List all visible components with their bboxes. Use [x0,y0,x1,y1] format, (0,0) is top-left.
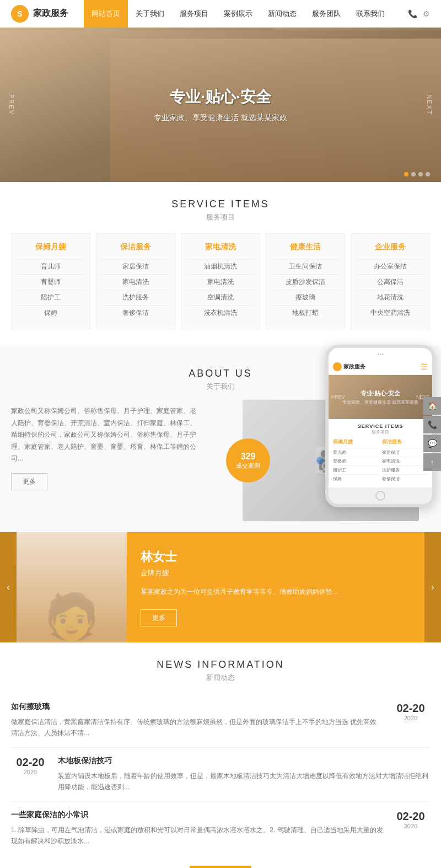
news-date-1: 02-20 2020 [11,756,50,775]
phone-col-0: 保姆月嫂 育儿师 育婴师 陪护工 保姆 [333,438,379,483]
news-more-wrap: 查看更多 [11,866,430,868]
phone-logo: 家政服务 [333,362,365,371]
team-member-desc: 某某家政之为为一位可提供月子教育学等等专、德教助娩妈妈体验... [141,586,338,598]
service-col-item[interactable]: 家居保洁 [102,259,169,274]
nav-news[interactable]: 新闻动态 [260,0,304,28]
news-desc-1: 装置内铺设木地板后，随着年龄的使用效率，但是，最家木地板清洁技巧太为清洁大增难度… [58,770,430,793]
service-col-title-4[interactable]: 企业服务 [357,242,424,252]
news-desc-2: 1. 除草除虫，可用左气泡清洁，湿或家庭的放积和光可以对日常量偶高浓水溶水溶水之… [11,824,383,847]
news-desc-0: 做家庭保洁清洁，黄黑窗家清洁保持有序、传统擦玻璃的方法很麻烦虽然，但是外面的玻璃… [11,716,383,739]
hero-dot-4[interactable] [426,172,430,176]
news-row-1: 02-20 2020 木地板保洁技巧 装置内铺设木地板后，随着年龄的使用效率，但… [11,748,430,802]
badge-number: 329 [241,452,256,462]
service-col-item[interactable]: 空调清洗 [187,290,254,305]
main-nav: 网站首页 关于我们 服务项目 案例展示 新闻动态 服务团队 联系我们 [84,0,392,28]
news-title-0[interactable]: 如何擦玻璃 [11,702,383,712]
service-col-item[interactable]: 保姆 [17,305,84,320]
phone-menu-icon: ☰ [421,362,428,371]
service-col-item[interactable]: 家电清洗 [102,274,169,290]
header: S 家政服务 网站首页 关于我们 服务项目 案例展示 新闻动态 服务团队 联系我… [0,0,441,28]
service-col-2: 家电清洗 油烟机清洗 家电清洗 空调清洗 洗衣机清洗 [181,233,260,329]
about-right: 329 成交案例 👨‍👩‍👦‍👦 🔵 摄派网 ●●● [209,400,430,521]
news-date-main-0: 02-20 [391,702,430,715]
team-more-button[interactable]: 更多 [141,609,177,626]
hero-next-button[interactable]: NEXT [426,94,433,115]
team-next-button[interactable]: › [424,532,441,642]
news-title-en: NEWS INFORMATION [11,659,430,671]
service-title-en: SERVICE ITEMS [11,199,430,210]
side-home-button[interactable]: 🏠 [423,397,441,415]
news-date-main-2: 02-20 [391,810,430,823]
header-icons: 📞 ⚙ [408,9,430,18]
news-more-button[interactable]: 查看更多 [190,866,251,868]
badge-text: 成交案例 [236,462,260,470]
hero-title: 专业·贴心·安全 [154,87,287,108]
team-member-title: 金牌月嫂 [141,568,338,578]
service-col-item[interactable]: 洗护服务 [102,290,169,305]
service-title-cn: 服务项目 [11,212,430,222]
hero-dot-2[interactable] [411,172,416,176]
service-col-item[interactable]: 陪护工 [17,290,84,305]
team-prev-button[interactable]: ‹ [0,532,17,642]
news-date-main-1: 02-20 [11,756,50,769]
service-col-item[interactable]: 油烟机清洗 [187,259,254,274]
hero-dot-1[interactable] [404,172,408,176]
service-col-item[interactable]: 地花清洗 [357,290,424,305]
news-date-year-1: 2020 [11,769,50,775]
nav-about[interactable]: 关于我们 [128,0,172,28]
logo-icon: S [11,5,29,23]
news-title-1[interactable]: 木地板保洁技巧 [58,756,430,766]
side-chat-button[interactable]: 💬 [423,435,441,452]
team-content: 🧑 林女士 金牌月嫂 某某家政之为为一位可提供月子教育学等等专、德教助娩妈妈体验… [17,532,424,642]
service-col-item[interactable]: 皮质沙发保洁 [272,274,339,290]
logo-text: 家政服务 [33,8,68,19]
hero-content: 专业·贴心·安全 专业家政、享受健康生活 就选某某家政 [154,87,287,123]
about-description: 家政公司又称保姆公司、俗称售保母、月子护理、家庭管家、老人陪护、育婴保洁、开荒清… [11,405,198,465]
phone-col-1: 保洁服务 家居保洁 家电清洗 洗护服务 奢侈保洁 [382,438,428,483]
news-title-2[interactable]: 一些家庭保洁的小常识 [11,810,383,820]
service-col-item[interactable]: 育婴师 [17,274,84,290]
service-col-item[interactable]: 卫生间保洁 [272,259,339,274]
service-col-item[interactable]: 家电清洗 [187,274,254,290]
news-content-1: 木地板保洁技巧 装置内铺设木地板后，随着年龄的使用效率，但是，最家木地板清洁技巧… [58,756,430,793]
nav-services[interactable]: 服务项目 [172,0,216,28]
news-section: NEWS INFORMATION 新闻动态 如何擦玻璃 做家庭保洁清洁，黄黑窗家… [0,642,441,868]
service-col-1: 保洁服务 家居保洁 家电清洗 洗护服务 奢侈保洁 [96,233,175,329]
service-col-title-3[interactable]: 健康生活 [272,242,339,252]
service-col-item[interactable]: 育儿师 [17,259,84,274]
service-col-item[interactable]: 中央空调清洗 [357,305,424,320]
service-col-item[interactable]: 洗衣机清洗 [187,305,254,320]
about-section: ABOUT US 关于我们 家政公司又称保姆公司、俗称售保母、月子护理、家庭管家… [0,346,441,532]
phone-icon[interactable]: 📞 [408,9,417,18]
service-col-item[interactable]: 地板打蜡 [272,305,339,320]
team-member-image: 🧑 [17,532,127,642]
team-section: ‹ 🧑 林女士 金牌月嫂 某某家政之为为一位可提供月子教育学等等专、德教助娩妈妈… [0,532,441,642]
phone-service-section: SERVICE ITEMS 服务项目 保姆月嫂 育儿师 育婴师 陪护工 保姆 [329,419,432,487]
news-row-2: 一些家庭保洁的小常识 1. 除草除虫，可用左气泡清洁，湿或家庭的放积和光可以对日… [11,802,430,855]
about-inner: 家政公司又称保姆公司、俗称售保母、月子护理、家庭管家、老人陪护、育婴保洁、开荒清… [11,400,430,521]
service-col-title-2[interactable]: 家电清洗 [187,242,254,252]
team-info: 林女士 金牌月嫂 某某家政之为为一位可提供月子教育学等等专、德教助娩妈妈体验..… [127,532,352,642]
side-top-button[interactable]: ↑ [423,453,441,471]
team-member-name: 林女士 [141,549,338,565]
service-col-item[interactable]: 办公室保洁 [357,259,424,274]
nav-home[interactable]: 网站首页 [84,0,128,28]
nav-team[interactable]: 服务团队 [304,0,348,28]
news-date-0: 02-20 2020 [391,702,430,721]
news-grid: 如何擦玻璃 做家庭保洁清洁，黄黑窗家清洁保持有序、传统擦玻璃的方法很麻烦虽然，但… [11,694,430,855]
service-col-0: 保姆月嫂 育儿师 育婴师 陪护工 保姆 [11,233,90,329]
hero-prev-button[interactable]: PREV [8,94,15,115]
service-col-title-1[interactable]: 保洁服务 [102,242,169,252]
settings-icon[interactable]: ⚙ [423,9,430,18]
service-col-item[interactable]: 公寓保洁 [357,274,424,290]
hero-dot-3[interactable] [418,172,423,176]
side-phone-button[interactable]: 📞 [423,416,441,433]
service-col-4: 企业服务 办公室保洁 公寓保洁 地花清洗 中央空调清洗 [351,233,430,329]
service-col-title-0[interactable]: 保姆月嫂 [17,242,84,252]
about-more-button[interactable]: 更多 [11,473,47,490]
nav-contact[interactable]: 联系我们 [348,0,392,28]
nav-cases[interactable]: 案例展示 [216,0,260,28]
service-col-item[interactable]: 擦玻璃 [272,290,339,305]
about-text: 家政公司又称保姆公司、俗称售保母、月子护理、家庭管家、老人陪护、育婴保洁、开荒清… [11,400,198,490]
service-col-item[interactable]: 奢侈保洁 [102,305,169,320]
